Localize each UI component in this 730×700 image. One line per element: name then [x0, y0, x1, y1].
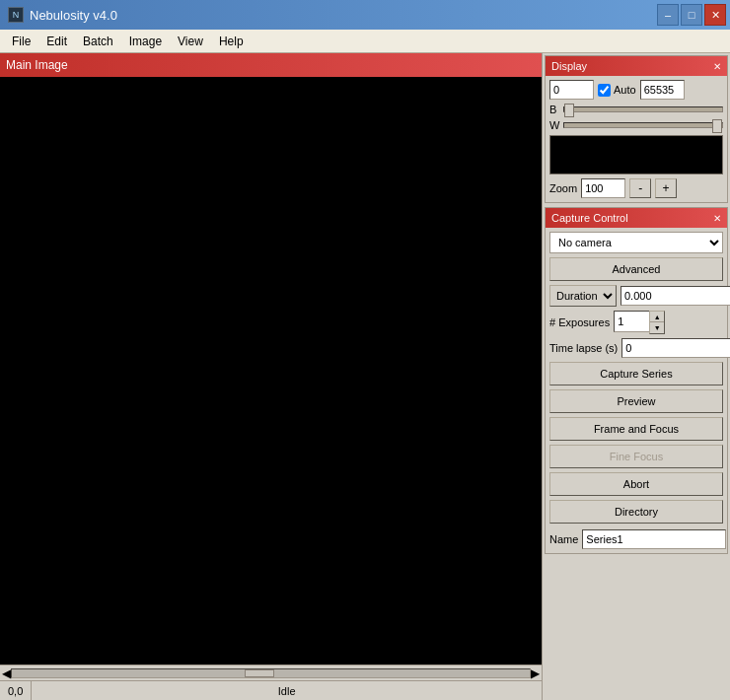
w-label: W: [549, 119, 559, 131]
b-slider-track[interactable]: [563, 106, 723, 112]
preview-button[interactable]: Preview: [549, 389, 723, 413]
scroll-track[interactable]: [11, 668, 531, 678]
zoom-row: Zoom - +: [549, 178, 723, 198]
scroll-left-button[interactable]: ◀: [2, 666, 11, 680]
auto-checkbox[interactable]: [598, 84, 611, 97]
title-bar: N Nebulosity v4.0 – □ ✕: [0, 0, 730, 30]
w-slider-row: W: [549, 119, 723, 131]
display-panel: Display ✕ Auto B: [545, 55, 728, 203]
coords-segment: 0,0: [0, 681, 32, 700]
status-bar: 0,0 Idle: [0, 680, 542, 700]
left-panel: Main Image ◀ ▶ 0,0 Idle: [0, 53, 543, 700]
menu-image[interactable]: Image: [121, 33, 170, 50]
camera-select[interactable]: No camera: [549, 232, 723, 253]
menu-bar: File Edit Batch Image View Help: [0, 30, 730, 53]
name-row: Name: [549, 529, 723, 549]
duration-select[interactable]: Duration: [549, 285, 617, 307]
display-range-row: Auto: [549, 80, 723, 100]
display-close-button[interactable]: ✕: [713, 61, 721, 72]
exposures-down-button[interactable]: ▼: [650, 322, 664, 333]
duration-input[interactable]: [620, 286, 730, 306]
exposures-spinner[interactable]: ▲ ▼: [614, 311, 665, 334]
w-slider-thumb[interactable]: [712, 119, 722, 133]
minimize-button[interactable]: –: [657, 4, 679, 26]
display-min-input[interactable]: [549, 80, 594, 100]
abort-button[interactable]: Abort: [549, 472, 723, 496]
horizontal-scrollbar[interactable]: ◀ ▶: [0, 665, 542, 680]
scroll-thumb[interactable]: [245, 669, 274, 677]
zoom-plus-button[interactable]: +: [655, 178, 677, 198]
b-label: B: [549, 104, 559, 115]
b-slider-thumb[interactable]: [564, 104, 574, 117]
scroll-right-button[interactable]: ▶: [531, 666, 540, 680]
menu-help[interactable]: Help: [211, 33, 252, 50]
menu-edit[interactable]: Edit: [38, 33, 75, 50]
main-layout: Main Image ◀ ▶ 0,0 Idle Display ✕: [0, 53, 730, 700]
app-icon: N: [8, 7, 24, 23]
display-body: Auto B W: [546, 76, 727, 202]
display-max-input[interactable]: [640, 80, 685, 100]
name-input[interactable]: [582, 529, 726, 549]
zoom-input[interactable]: [581, 178, 625, 198]
zoom-minus-button[interactable]: -: [629, 178, 651, 198]
exposures-input[interactable]: [614, 311, 649, 332]
capture-body: No camera Advanced Duration # Exposures: [546, 228, 727, 553]
menu-view[interactable]: View: [170, 33, 211, 50]
exposures-up-button[interactable]: ▲: [650, 312, 664, 322]
name-label: Name: [549, 533, 578, 545]
close-button[interactable]: ✕: [704, 4, 726, 26]
capture-close-button[interactable]: ✕: [713, 213, 721, 224]
exposures-row: # Exposures ▲ ▼: [549, 311, 723, 334]
capture-title-bar: Capture Control ✕: [546, 208, 727, 228]
coords-text: 0,0: [8, 685, 23, 697]
status-text: Idle: [278, 685, 296, 697]
frame-and-focus-button[interactable]: Frame and Focus: [549, 417, 723, 441]
maximize-button[interactable]: □: [681, 4, 702, 26]
capture-title-text: Capture Control: [551, 212, 628, 224]
auto-label[interactable]: Auto: [598, 84, 636, 97]
capture-panel: Capture Control ✕ No camera Advanced Dur…: [545, 207, 728, 554]
menu-file[interactable]: File: [4, 33, 38, 50]
timelapse-label: Time lapse (s): [549, 342, 618, 354]
status-segment: Idle: [32, 681, 542, 700]
app-title: Nebulosity v4.0: [30, 8, 117, 23]
image-preview: [549, 135, 723, 175]
menu-batch[interactable]: Batch: [75, 33, 121, 50]
advanced-button[interactable]: Advanced: [549, 257, 723, 281]
image-title-bar: Main Image: [0, 53, 542, 77]
image-canvas: [0, 77, 542, 665]
exposures-spinner-btns: ▲ ▼: [649, 311, 665, 334]
b-slider-row: B: [549, 104, 723, 115]
timelapse-input[interactable]: [621, 338, 730, 358]
w-slider-track[interactable]: [563, 122, 723, 128]
duration-row: Duration: [549, 285, 723, 307]
display-title-text: Display: [551, 60, 587, 72]
camera-dropdown-row: No camera: [549, 232, 723, 253]
fine-focus-button[interactable]: Fine Focus: [549, 445, 723, 468]
exposures-label: # Exposures: [549, 316, 610, 328]
directory-button[interactable]: Directory: [549, 500, 723, 524]
timelapse-row: Time lapse (s): [549, 338, 723, 358]
window-controls: – □ ✕: [657, 4, 726, 26]
zoom-label: Zoom: [549, 182, 577, 194]
image-title-text: Main Image: [6, 58, 68, 72]
capture-series-button[interactable]: Capture Series: [549, 362, 723, 385]
right-panel: Display ✕ Auto B: [543, 53, 730, 700]
display-title-bar: Display ✕: [546, 56, 727, 76]
